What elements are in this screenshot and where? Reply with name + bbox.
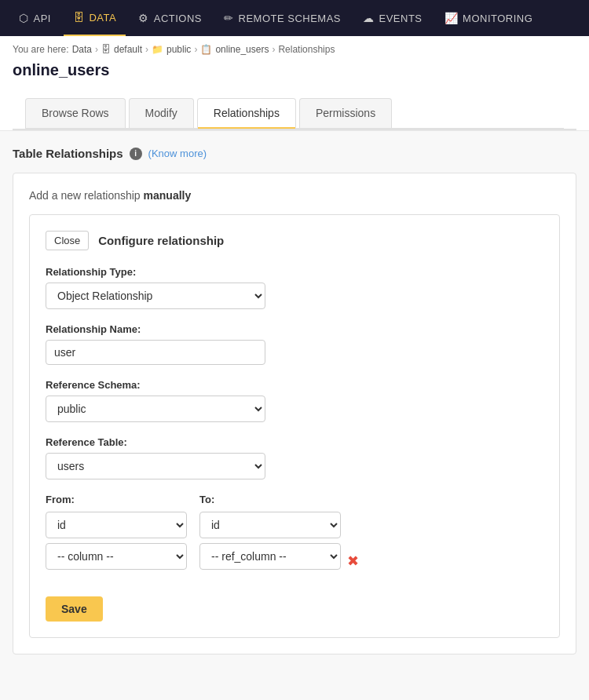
to-selects: id -- ref_column --	[199, 512, 341, 570]
breadcrumb-you-are-here: You are here:	[13, 44, 69, 55]
breadcrumb-public[interactable]: public	[166, 44, 191, 55]
from-to-group: From: id -- column -- To:	[46, 494, 543, 570]
from-col: From: id -- column --	[46, 494, 187, 570]
from-to-row: From: id -- column -- To:	[46, 494, 543, 570]
nav-monitoring[interactable]: 📈 MONITORING	[435, 0, 543, 36]
configure-header: Close Configure relationship	[46, 231, 543, 250]
reference-schema-select[interactable]: public	[46, 396, 265, 422]
breadcrumb-data[interactable]: Data	[72, 44, 92, 55]
tab-relationships[interactable]: Relationships	[197, 98, 296, 128]
configure-title: Configure relationship	[98, 234, 224, 247]
page-title: online_users	[13, 61, 576, 89]
nav-events[interactable]: ☁ EVENTS	[353, 0, 432, 36]
tab-permissions[interactable]: Permissions	[299, 98, 392, 128]
configure-box: Close Configure relationship Relationshi…	[29, 214, 560, 638]
section-header: Table Relationships i (Know more)	[13, 147, 576, 160]
main-content: Table Relationships i (Know more) Add a …	[0, 131, 589, 670]
reference-schema-label: Reference Schema:	[46, 379, 543, 391]
relationship-name-label: Relationship Name:	[46, 323, 543, 335]
breadcrumb-schema-icon: 📁	[152, 44, 163, 55]
to-ref-select-2[interactable]: -- ref_column --	[199, 543, 341, 570]
relationships-card: Add a new relationship manually Close Co…	[13, 173, 576, 654]
nav-actions[interactable]: ⚙ ACTIONS	[129, 0, 211, 36]
breadcrumb-section: You are here: Data › 🗄 default › 📁 publi…	[0, 36, 589, 131]
nav-remote-schemas[interactable]: ✏ REMOTE SCHEMAS	[214, 0, 350, 36]
reference-table-label: Reference Table:	[46, 436, 543, 448]
breadcrumb-table-icon: 📋	[200, 44, 212, 55]
breadcrumb-relationships: Relationships	[278, 44, 335, 55]
reference-schema-group: Reference Schema: public	[46, 379, 543, 422]
nav-data[interactable]: 🗄 DATA	[64, 0, 126, 36]
section-title: Table Relationships	[13, 147, 123, 160]
to-label: To:	[199, 494, 359, 505]
breadcrumb-default[interactable]: default	[114, 44, 142, 55]
from-label: From:	[46, 494, 187, 505]
relationship-name-input[interactable]	[46, 340, 265, 365]
monitoring-icon: 📈	[444, 12, 459, 24]
know-more-link[interactable]: (Know more)	[148, 148, 207, 159]
breadcrumb-online-users[interactable]: online_users	[215, 44, 269, 55]
breadcrumb: You are here: Data › 🗄 default › 📁 publi…	[13, 44, 576, 55]
breadcrumb-database-icon: 🗄	[101, 44, 111, 55]
data-icon: 🗄	[73, 11, 85, 24]
delete-mapping-button[interactable]: ✖	[347, 552, 359, 570]
nav-api[interactable]: ⬡ API	[9, 0, 60, 36]
tab-modify[interactable]: Modify	[129, 98, 194, 128]
relationship-type-label: Relationship Type:	[46, 266, 543, 278]
reference-table-group: Reference Table: users	[46, 436, 543, 479]
to-ref-select-1[interactable]: id	[199, 512, 341, 538]
relationship-type-select[interactable]: Object Relationship Array Relationship	[46, 283, 265, 309]
tab-browse-rows[interactable]: Browse Rows	[25, 98, 126, 128]
to-wrapper: id -- ref_column -- ✖	[199, 512, 359, 570]
relationship-name-group: Relationship Name:	[46, 323, 543, 365]
relationship-type-group: Relationship Type: Object Relationship A…	[46, 266, 543, 309]
add-relationship-text: Add a new relationship manually	[29, 189, 560, 202]
to-col: To: id -- ref_column -- ✖	[199, 494, 359, 570]
events-icon: ☁	[363, 12, 375, 24]
save-button[interactable]: Save	[46, 596, 103, 622]
info-icon[interactable]: i	[130, 148, 142, 160]
reference-table-select[interactable]: users	[46, 453, 265, 479]
from-column-select-2[interactable]: -- column --	[46, 543, 187, 570]
from-column-select-1[interactable]: id	[46, 512, 187, 538]
api-icon: ⬡	[19, 12, 29, 24]
remote-schemas-icon: ✏	[224, 12, 234, 24]
tabs: Browse Rows Modify Relationships Permiss…	[25, 98, 564, 129]
top-nav: ⬡ API 🗄 DATA ⚙ ACTIONS ✏ REMOTE SCHEMAS …	[0, 0, 589, 36]
actions-icon: ⚙	[138, 12, 149, 24]
close-button[interactable]: Close	[46, 231, 89, 250]
tabs-container: Browse Rows Modify Relationships Permiss…	[13, 89, 576, 130]
